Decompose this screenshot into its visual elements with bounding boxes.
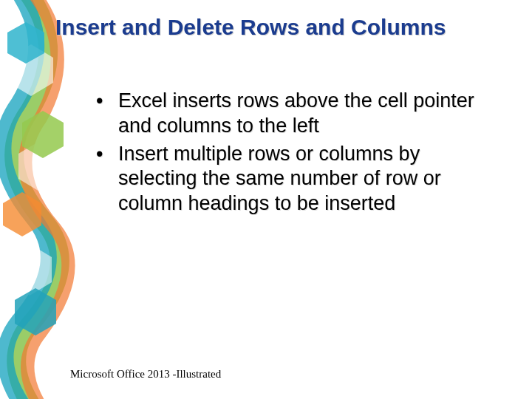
svg-marker-5 [3, 192, 41, 236]
svg-marker-3 [7, 22, 44, 64]
svg-marker-2 [7, 244, 52, 296]
svg-marker-0 [9, 44, 53, 96]
slide-body: Excel inserts rows above the cell pointe… [89, 89, 502, 219]
slide-title: Insert and Delete Rows and Columns [55, 15, 446, 40]
decorative-sidebar-art [0, 0, 81, 399]
footer-text: Microsoft Office 2013 -Illustrated [70, 368, 221, 381]
svg-marker-4 [22, 111, 64, 158]
svg-marker-6 [15, 288, 56, 335]
bullet-item: Excel inserts rows above the cell pointe… [89, 89, 502, 139]
svg-marker-1 [18, 140, 63, 192]
bullet-item: Insert multiple rows or columns by selec… [89, 142, 502, 216]
